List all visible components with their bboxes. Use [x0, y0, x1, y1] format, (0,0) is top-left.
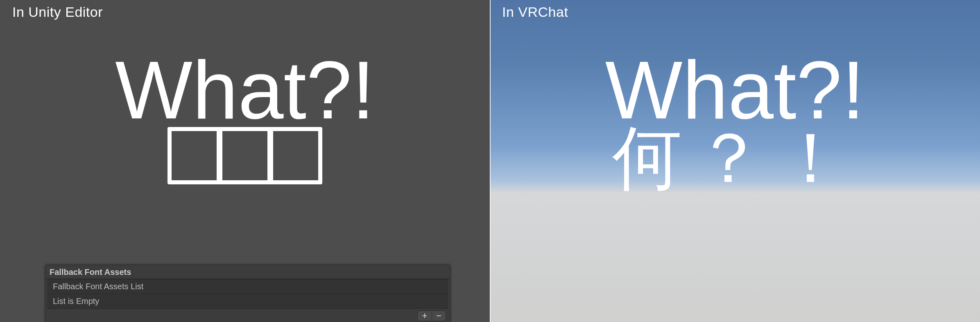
vrchat-text-line2: 何？！: [490, 123, 980, 193]
list-buttons-group: + −: [417, 311, 446, 321]
vrchat-panel-label: In VRChat: [502, 4, 568, 20]
unity-panel-label: In Unity Editor: [12, 4, 103, 20]
panel-divider: [490, 0, 491, 322]
inspector-footer: + −: [45, 309, 450, 322]
inspector-section-header[interactable]: Fallback Font Assets: [45, 265, 450, 279]
add-button[interactable]: +: [418, 311, 432, 321]
missing-glyph-box: [167, 127, 221, 184]
inspector-empty-message: List is Empty: [47, 294, 448, 309]
unity-editor-panel: In Unity Editor What?! Fallback Font Ass…: [0, 0, 490, 322]
minus-icon: −: [436, 311, 441, 320]
inspector-list-title: Fallback Font Assets List: [47, 279, 448, 294]
fallback-font-assets-inspector: Fallback Font Assets Fallback Font Asset…: [45, 265, 450, 322]
remove-button[interactable]: −: [432, 311, 446, 321]
vrchat-panel: In VRChat What?! 何？！: [490, 0, 980, 322]
plus-icon: +: [422, 311, 428, 320]
missing-glyph-box: [218, 127, 272, 184]
comparison-container: In Unity Editor What?! Fallback Font Ass…: [0, 0, 980, 322]
missing-glyph-box: [269, 127, 322, 184]
unity-text-line1: What?!: [0, 49, 490, 131]
unity-missing-glyphs-row: [0, 127, 490, 184]
